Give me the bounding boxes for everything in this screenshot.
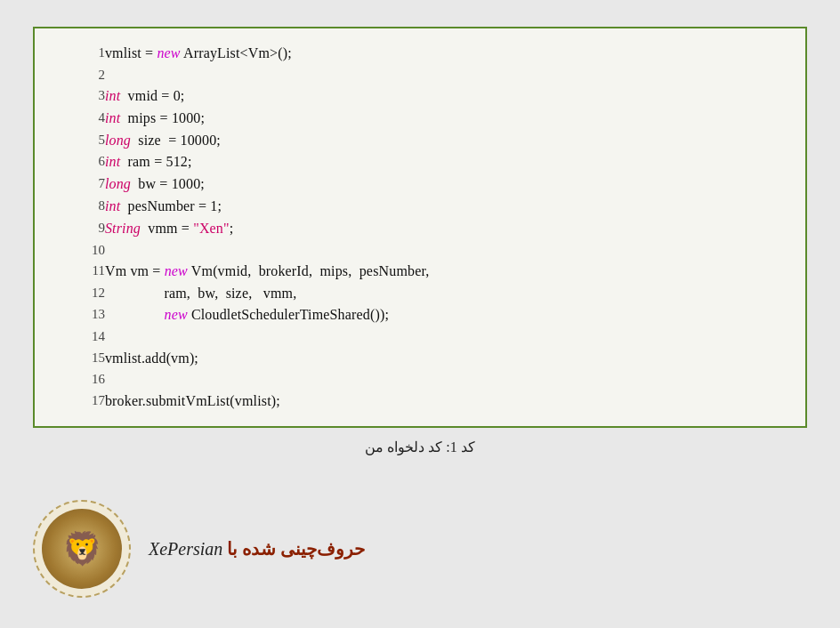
line-number: 17 — [52, 390, 105, 413]
code-block: 1vmlist = new ArrayList<Vm>();23int vmid… — [33, 27, 807, 428]
line-number: 7 — [52, 173, 105, 196]
line-content: broker.submitVmList(vmlist); — [105, 390, 788, 413]
line-content: Vm vm = new Vm(vmid, brokerId, mips, pes… — [105, 261, 788, 283]
code-token: CloudletSchedulerTimeShared()); — [188, 307, 389, 322]
code-token: long — [105, 133, 131, 148]
code-row: 8int pesNumber = 1; — [52, 196, 788, 218]
code-token: int — [105, 198, 120, 213]
line-content: String vmm = "Xen"; — [105, 218, 788, 240]
footer-text: حروف‌چینی شده با XePersian — [149, 538, 365, 560]
line-number: 5 — [52, 130, 105, 152]
line-number: 8 — [52, 196, 105, 218]
line-number: 9 — [52, 218, 105, 240]
code-token: size = 10000; — [131, 133, 221, 148]
code-row: 17broker.submitVmList(vmlist); — [52, 390, 788, 413]
code-token: Vm(vmid, brokerId, mips, pesNumber, — [188, 263, 430, 278]
code-token: broker.submitVmList(vmlist); — [105, 393, 280, 408]
code-row: 1vmlist = new ArrayList<Vm>(); — [52, 43, 788, 65]
code-row: 15vmlist.add(vm); — [52, 348, 788, 370]
code-row: 5long size = 10000; — [52, 130, 788, 152]
line-number: 6 — [52, 151, 105, 173]
code-token: Vm vm = — [105, 263, 165, 278]
code-row: 3int vmid = 0; — [52, 85, 788, 108]
line-content: int mips = 1000; — [105, 108, 788, 130]
code-token: "Xen" — [193, 221, 230, 236]
line-content: int vmid = 0; — [105, 85, 788, 108]
code-token: vmid = 0; — [120, 88, 184, 103]
footer: 🦁 حروف‌چینی شده با XePersian — [33, 500, 807, 598]
logo-inner: 🦁 — [42, 509, 122, 589]
line-content — [105, 65, 788, 85]
line-number: 1 — [52, 43, 105, 65]
code-row: 6int ram = 512; — [52, 151, 788, 173]
line-number: 3 — [52, 85, 105, 108]
code-token: long — [105, 176, 131, 191]
line-number: 2 — [52, 65, 105, 85]
line-content — [105, 369, 788, 390]
line-content — [105, 326, 788, 347]
line-number: 10 — [52, 240, 105, 261]
line-content: vmlist.add(vm); — [105, 348, 788, 370]
code-row: 12 ram, bw, size, vmm, — [52, 283, 788, 305]
line-content: long bw = 1000; — [105, 173, 788, 196]
line-number: 13 — [52, 304, 105, 326]
line-content: ram, bw, size, vmm, — [105, 283, 788, 305]
code-row: 10 — [52, 240, 788, 261]
line-number: 14 — [52, 326, 105, 347]
line-content: long size = 10000; — [105, 130, 788, 152]
code-token: new — [165, 263, 188, 278]
line-content: int ram = 512; — [105, 151, 788, 173]
footer-brand: حروف‌چینی شده با — [227, 539, 365, 559]
line-content: new CloudletSchedulerTimeShared()); — [105, 304, 788, 326]
code-token: ; — [230, 221, 234, 236]
code-token: ArrayList<Vm>(); — [181, 45, 292, 60]
code-token: vmlist = — [105, 45, 157, 60]
line-number: 4 — [52, 108, 105, 130]
logo-icon: 🦁 — [62, 530, 102, 568]
code-token: int — [105, 88, 120, 103]
code-token: String — [105, 221, 141, 236]
line-content — [105, 240, 788, 261]
line-number: 12 — [52, 283, 105, 305]
code-token: ram = 512; — [120, 154, 191, 169]
code-token: vmm = — [141, 221, 193, 236]
code-token — [105, 307, 165, 322]
code-row: 13 new CloudletSchedulerTimeShared()); — [52, 304, 788, 326]
code-token: pesNumber = 1; — [120, 198, 222, 213]
code-token: new — [164, 307, 187, 322]
code-token: ram, bw, size, vmm, — [105, 286, 296, 301]
code-row: 7long bw = 1000; — [52, 173, 788, 196]
code-row: 16 — [52, 369, 788, 390]
code-token: int — [105, 110, 120, 125]
code-token: bw = 1000; — [131, 176, 205, 191]
code-row: 4int mips = 1000; — [52, 108, 788, 130]
code-token: new — [157, 45, 180, 60]
code-row: 9String vmm = "Xen"; — [52, 218, 788, 240]
code-row: 11Vm vm = new Vm(vmid, brokerId, mips, p… — [52, 261, 788, 283]
code-token: mips = 1000; — [120, 110, 205, 125]
code-token: int — [105, 154, 120, 169]
code-row: 14 — [52, 326, 788, 347]
line-number: 16 — [52, 369, 105, 390]
line-number: 11 — [52, 261, 105, 283]
line-number: 15 — [52, 348, 105, 370]
line-content: vmlist = new ArrayList<Vm>(); — [105, 43, 788, 65]
logo-circle: 🦁 — [33, 500, 131, 598]
code-row: 2 — [52, 65, 788, 85]
code-table: 1vmlist = new ArrayList<Vm>();23int vmid… — [52, 43, 788, 412]
line-content: int pesNumber = 1; — [105, 196, 788, 218]
code-caption: کد 1: کد دلخواه من — [365, 439, 474, 455]
footer-xepersian: XePersian — [149, 539, 222, 559]
code-token: vmlist.add(vm); — [105, 350, 198, 366]
